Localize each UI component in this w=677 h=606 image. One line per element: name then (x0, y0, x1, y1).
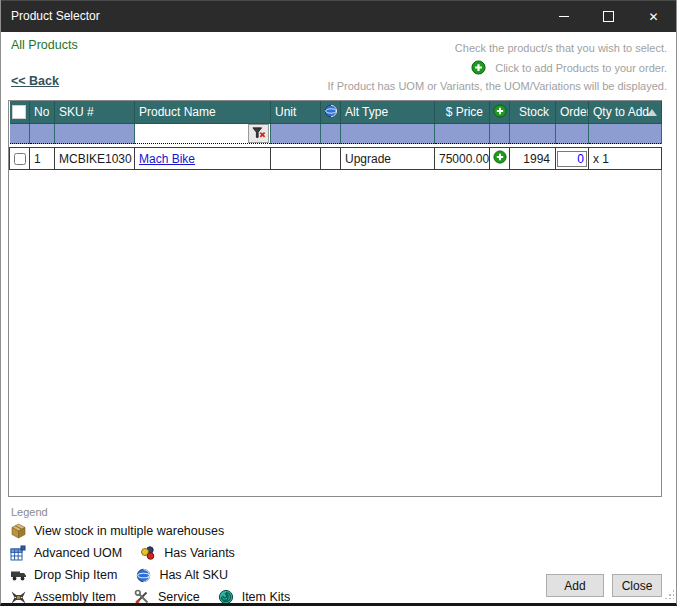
cell-no: 1 (30, 148, 55, 170)
instruction-check: Check the product/s that you wish to sel… (455, 42, 667, 54)
legend-row: Advanced UOM Has Variants (9, 542, 300, 564)
green-plus-icon (469, 60, 487, 75)
filter-cell-add[interactable] (490, 124, 510, 144)
col-header-no[interactable]: No (30, 101, 55, 124)
variants-icon (139, 545, 157, 561)
col-header-stock[interactable]: Stock (510, 101, 556, 124)
col-header-add[interactable] (490, 101, 510, 124)
cell-sku: MCBIKE1030 (55, 148, 135, 170)
col-header-sku[interactable]: SKU # (55, 101, 135, 124)
filter-cell-qty[interactable] (589, 124, 662, 144)
legend-row: View stock in multiple warehouses (9, 520, 300, 542)
minimize-icon (559, 16, 569, 17)
all-products-label: All Products (11, 38, 78, 52)
warehouse-box-icon (9, 523, 27, 539)
maximize-icon (603, 11, 614, 22)
legend-title: Legend (11, 506, 48, 518)
legend-row: Drop Ship Item Has Alt SKU (9, 564, 300, 586)
product-link[interactable]: Mach Bike (139, 152, 195, 166)
titlebar: Product Selector ✕ (1, 0, 676, 32)
col-header-alt-type[interactable]: Alt Type (341, 101, 435, 124)
resize-grip[interactable] (665, 590, 674, 599)
cell-order[interactable] (556, 148, 589, 170)
legend-label: View stock in multiple warehouses (34, 524, 224, 538)
filter-cell-order[interactable] (556, 124, 589, 144)
drop-ship-icon (9, 568, 27, 582)
cell-unit (271, 148, 321, 170)
filter-cell-product-name[interactable] (135, 124, 271, 144)
back-link[interactable]: << Back (11, 74, 59, 88)
col-header-unit[interactable]: Unit (271, 101, 321, 124)
add-button[interactable]: Add (546, 574, 604, 597)
filter-cell-price[interactable] (435, 124, 490, 144)
legend-label: Assembly Item (34, 590, 116, 604)
cell-qty-to-add: x 1 (589, 148, 662, 170)
add-product-icon[interactable] (491, 150, 509, 164)
row-select-cell[interactable] (10, 148, 30, 170)
table-row: 1 MCBIKE1030 Mach Bike Upgrade 75000.00 … (10, 148, 662, 170)
order-qty-input[interactable] (557, 151, 587, 167)
legend-label: Drop Ship Item (34, 568, 117, 582)
legend: View stock in multiple warehouses Advanc… (9, 520, 300, 606)
col-header-order[interactable]: Order... (556, 101, 589, 124)
clear-filter-button[interactable] (248, 124, 269, 143)
window-controls: ✕ (541, 1, 676, 32)
filter-clear-icon (252, 127, 266, 140)
legend-label: Has Alt SKU (159, 568, 228, 582)
col-header-alt-sku[interactable] (321, 101, 341, 124)
legend-label: Item Kits (242, 590, 291, 604)
cell-alt-sku (321, 148, 341, 170)
service-icon (133, 589, 151, 605)
instruction-add-text: Click to add Products to your order. (495, 62, 667, 74)
minimize-button[interactable] (541, 1, 586, 32)
legend-label: Advanced UOM (34, 546, 122, 560)
product-grid: No SKU # Product Name Unit Alt Type $ Pr… (8, 100, 662, 497)
filter-cell-alt-type[interactable] (341, 124, 435, 144)
filter-cell-checkbox[interactable] (10, 124, 30, 144)
cell-product-name: Mach Bike (135, 148, 271, 170)
filter-cell-alt-sku[interactable] (321, 124, 341, 144)
instruction-add: Click to add Products to your order. (469, 60, 667, 75)
cell-alt-type: Upgrade (341, 148, 435, 170)
cell-price: 75000.00 (435, 148, 490, 170)
maximize-button[interactable] (586, 1, 631, 32)
col-header-qty-to-add[interactable]: Qty to Add (589, 101, 662, 124)
alt-sku-globe-icon (134, 568, 152, 583)
globe-icon (322, 104, 340, 118)
select-all-header-cell[interactable] (10, 101, 30, 124)
product-selector-window: Product Selector ✕ All Products Check th… (0, 0, 677, 606)
col-header-qty-label: Qty to Add (593, 105, 649, 119)
close-icon: ✕ (648, 10, 658, 24)
green-plus-icon (491, 104, 509, 118)
close-dialog-button[interactable]: Close (612, 574, 662, 597)
col-header-product-name[interactable]: Product Name (135, 101, 271, 124)
filter-cell-sku[interactable] (55, 124, 135, 144)
row-checkbox[interactable] (14, 153, 26, 165)
item-kits-icon (217, 589, 235, 605)
advanced-uom-icon (9, 545, 27, 561)
cell-stock: 1994 (510, 148, 556, 170)
select-all-checkbox[interactable] (12, 105, 26, 119)
table-header-row: No SKU # Product Name Unit Alt Type $ Pr… (10, 101, 662, 124)
window-title: Product Selector (11, 9, 100, 23)
legend-row: Assembly Item Service Item Kits (9, 586, 300, 606)
cell-add[interactable] (490, 148, 510, 170)
filter-cell-no[interactable] (30, 124, 55, 144)
close-button[interactable]: ✕ (631, 1, 676, 32)
instruction-uom: If Product has UOM or Variants, the UOM/… (327, 80, 667, 92)
legend-label: Service (158, 590, 200, 604)
col-header-price[interactable]: $ Price (435, 101, 490, 124)
assembly-icon (9, 590, 27, 605)
filter-row (10, 124, 662, 144)
legend-label: Has Variants (164, 546, 235, 560)
filter-cell-stock[interactable] (510, 124, 556, 144)
filter-cell-unit[interactable] (271, 124, 321, 144)
product-table: No SKU # Product Name Unit Alt Type $ Pr… (9, 101, 662, 170)
